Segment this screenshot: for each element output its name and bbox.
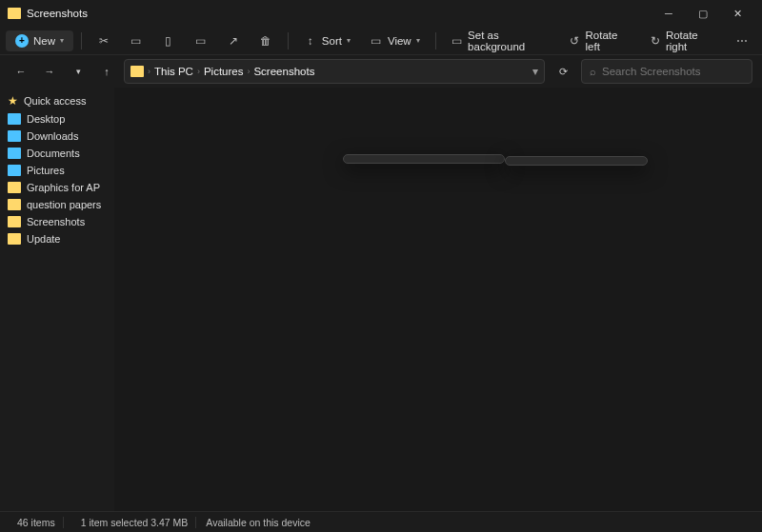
view-button[interactable]: ▭View▾: [362, 30, 428, 51]
crumb[interactable]: This PC: [154, 66, 193, 77]
file-grid: [114, 88, 762, 511]
search-box[interactable]: ⌕: [581, 59, 752, 84]
rename-icon: ▭: [194, 34, 208, 48]
view-icon: ▭: [370, 34, 383, 48]
rotate-left-icon: ↺: [569, 34, 581, 48]
delete-button[interactable]: 🗑: [251, 30, 280, 51]
rotate-left-label: Rotate left: [586, 30, 631, 52]
new-label: New: [33, 35, 55, 47]
set-bg-label: Set as background: [468, 30, 550, 52]
folder-icon: [8, 130, 21, 142]
sidebar-item-label: Desktop: [27, 113, 65, 125]
sidebar-item-label: Screenshots: [27, 216, 85, 227]
sort-button[interactable]: ↕Sort▾: [296, 30, 358, 51]
sidebar-item-label: Downloads: [27, 130, 78, 142]
minimize-button[interactable]: ─: [652, 0, 686, 27]
star-icon: ★: [8, 94, 18, 108]
separator: [435, 32, 436, 49]
folder-icon: [8, 8, 21, 19]
crumb[interactable]: Screenshots: [253, 66, 314, 77]
chevron-down-icon: ▾: [60, 36, 64, 45]
sidebar-item-label: question papers: [27, 199, 101, 210]
close-button[interactable]: ✕: [720, 0, 754, 27]
refresh-button[interactable]: ⟳: [551, 59, 575, 84]
separator: [81, 32, 82, 49]
maximize-button[interactable]: ▢: [686, 0, 720, 27]
chevron-right-icon: ›: [197, 67, 200, 76]
address-bar: ← → ▾ ↑ › This PC › Pictures › Screensho…: [0, 55, 762, 88]
folder-icon: [8, 165, 21, 176]
quick-access-header[interactable]: ★Quick access: [0, 91, 114, 110]
folder-icon: [8, 199, 21, 210]
item-count: 46 items: [10, 517, 64, 528]
cut-button[interactable]: ✂: [90, 30, 118, 51]
sidebar-item[interactable]: Update: [0, 230, 114, 247]
chevron-down-icon: ▾: [416, 36, 420, 45]
folder-icon: [130, 66, 144, 77]
new-button[interactable]: + New ▾: [6, 30, 73, 51]
rotate-right-icon: ↻: [649, 34, 661, 48]
sidebar-item-label: Pictures: [27, 165, 65, 176]
rename-button[interactable]: ▭: [187, 30, 215, 51]
chevron-down-icon: ▾: [347, 36, 351, 45]
breadcrumb[interactable]: › This PC › Pictures › Screenshots ▾: [124, 59, 545, 84]
selection-info: 1 item selected 3.47 MB: [73, 517, 197, 528]
forward-button[interactable]: →: [38, 60, 61, 83]
rotate-right-button[interactable]: ↻Rotate right: [641, 26, 724, 56]
folder-icon: [8, 182, 21, 193]
sidebar-item[interactable]: question papers: [0, 196, 114, 213]
toolbar: + New ▾ ✂ ▭ ▯ ▭ ↗ 🗑 ↕Sort▾ ▭View▾ ▭Set a…: [0, 27, 762, 55]
rotate-left-button[interactable]: ↺Rotate left: [561, 26, 637, 56]
search-input[interactable]: [602, 66, 744, 77]
rotate-right-label: Rotate right: [666, 30, 716, 52]
sidebar-item-label: Graphics for AP: [27, 182, 100, 193]
cut-icon: ✂: [97, 34, 110, 48]
sidebar-item-label: Update: [27, 233, 60, 245]
plus-icon: +: [15, 34, 29, 48]
more-icon: ⋯: [735, 34, 749, 48]
open-with-submenu: [505, 156, 648, 166]
sort-label: Sort: [322, 35, 342, 47]
status-bar: 46 items 1 item selected 3.47 MB Availab…: [0, 511, 762, 532]
sidebar-item-label: Quick access: [24, 95, 86, 107]
trash-icon: 🗑: [259, 34, 272, 48]
sidebar-item[interactable]: Screenshots: [0, 213, 114, 230]
sidebar-item[interactable]: Desktop: [0, 110, 114, 128]
folder-icon: [8, 216, 21, 227]
share-button[interactable]: ↗: [219, 30, 248, 51]
recent-button[interactable]: ▾: [67, 60, 90, 83]
chevron-right-icon: ›: [148, 67, 150, 76]
paste-icon: ▯: [162, 34, 175, 48]
folder-icon: [8, 148, 21, 159]
set-background-button[interactable]: ▭Set as background: [444, 26, 557, 56]
crumb[interactable]: Pictures: [204, 66, 244, 77]
paste-button[interactable]: ▯: [154, 30, 183, 51]
chevron-down-icon[interactable]: ▾: [532, 65, 538, 78]
sidebar: ★Quick accessDesktopDownloadsDocumentsPi…: [0, 88, 114, 511]
separator: [288, 32, 289, 49]
context-menu: [343, 154, 505, 164]
copy-button[interactable]: ▭: [122, 30, 150, 51]
sort-icon: ↕: [304, 34, 317, 48]
sidebar-item[interactable]: Pictures: [0, 162, 114, 179]
back-button[interactable]: ←: [10, 60, 32, 83]
folder-icon: [8, 113, 21, 125]
more-button[interactable]: ⋯: [728, 30, 756, 51]
background-icon: ▭: [451, 34, 464, 48]
sidebar-item-label: Documents: [27, 148, 80, 159]
folder-icon: [8, 233, 21, 245]
sidebar-item[interactable]: Documents: [0, 145, 114, 162]
availability-status: Available on this device: [206, 517, 311, 528]
search-icon: ⌕: [590, 66, 596, 77]
window-title: Screenshots: [27, 8, 652, 19]
copy-icon: ▭: [130, 34, 143, 48]
share-icon: ↗: [227, 34, 240, 48]
sidebar-item[interactable]: Downloads: [0, 128, 114, 145]
titlebar: Screenshots ─ ▢ ✕: [0, 0, 762, 27]
sidebar-item[interactable]: Graphics for AP: [0, 179, 114, 196]
up-button[interactable]: ↑: [95, 60, 118, 83]
view-label: View: [388, 35, 411, 47]
chevron-right-icon: ›: [247, 67, 250, 76]
